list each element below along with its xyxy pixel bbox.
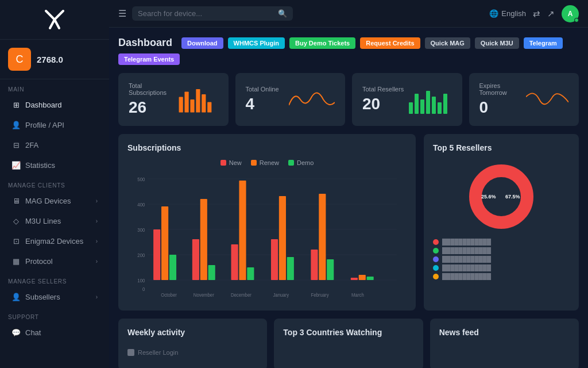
- dashboard-icon: ⊞: [11, 101, 21, 109]
- page-title: Dashboard: [118, 37, 172, 49]
- share-icon[interactable]: ↗: [547, 9, 555, 19]
- svg-rect-30: [208, 265, 215, 280]
- chat-icon: 💬: [11, 328, 21, 337]
- svg-text:November: November: [194, 292, 214, 298]
- sidebar-item-mag-devices[interactable]: 🖥 MAG Devices ›: [3, 191, 106, 210]
- telegram-button[interactable]: Telegram: [524, 37, 563, 49]
- legend-new-label: New: [229, 159, 242, 166]
- svg-rect-26: [169, 255, 176, 280]
- credits-button[interactable]: Request Credits: [360, 37, 420, 49]
- topbar-right: 🌐 English ⇄ ↗ A: [489, 5, 579, 22]
- svg-rect-33: [239, 181, 246, 280]
- reseller-color-2: [433, 248, 439, 254]
- sidebar-item-dashboard[interactable]: ⊞ Dashboard: [3, 95, 106, 114]
- reseller-name-4: ████████████: [442, 264, 570, 271]
- svg-text:500: 500: [137, 176, 145, 182]
- svg-rect-28: [192, 239, 199, 280]
- sidebar-item-label: Protocol: [25, 257, 53, 266]
- svg-rect-41: [319, 194, 326, 280]
- sidebar-item-label: Profile / API: [25, 121, 64, 129]
- sidebar-item-label: Statistics: [25, 161, 55, 170]
- svg-rect-34: [247, 267, 254, 280]
- svg-rect-1: [185, 91, 189, 112]
- mag-icon: 🖥: [11, 197, 21, 205]
- sidebar-item-m3u[interactable]: ◇ M3U Lines ›: [3, 212, 106, 231]
- stat-value: 20: [362, 95, 404, 113]
- top-resellers-card: Top 5 Resellers: [424, 134, 579, 310]
- sidebar-item-protocol[interactable]: ▦ Protocol ›: [3, 252, 106, 271]
- sidebar-username: 2768.0: [37, 55, 63, 64]
- sidebar-item-subsellers[interactable]: 👤 Subsellers ›: [3, 288, 106, 306]
- svg-text:January: January: [273, 292, 289, 298]
- globe-icon: 🌐: [489, 9, 498, 18]
- chevron-right-icon: ›: [96, 198, 98, 204]
- sidebar-item-2fa[interactable]: ⊟ 2FA: [3, 136, 106, 155]
- svg-rect-42: [327, 259, 334, 280]
- reseller-item-1: ████████████: [433, 239, 570, 245]
- svg-text:200: 200: [137, 252, 145, 258]
- sidebar-item-label: M3U Lines: [25, 217, 61, 225]
- svg-rect-9: [426, 91, 430, 114]
- svg-rect-38: [287, 257, 294, 280]
- sidebar-item-label: MAG Devices: [25, 197, 71, 205]
- top-countries-title: Top 3 Countries Watching: [283, 328, 413, 337]
- subscriptions-bar-chart: 500 400 300 200 100 0 October November: [127, 173, 407, 300]
- content-area: Dashboard Download WHMCS Plugin Buy Demo…: [109, 28, 588, 368]
- search-box: 🔍: [132, 6, 293, 21]
- legend-new-dot: [220, 160, 226, 166]
- language-selector[interactable]: 🌐 English: [489, 9, 526, 18]
- stat-label: Expires Tomorrow: [479, 82, 526, 96]
- svg-rect-4: [202, 94, 206, 113]
- svg-rect-37: [279, 196, 286, 280]
- reseller-item-4: ████████████: [433, 264, 570, 271]
- buy-demo-button[interactable]: Buy Demo Tickets: [289, 37, 355, 49]
- weekly-item: [127, 349, 134, 356]
- svg-text:400: 400: [137, 201, 145, 208]
- sidebar-item-statistics[interactable]: 📈 Statistics: [3, 156, 106, 175]
- stat-label: Total Subscriptions: [129, 82, 176, 96]
- legend-renew-label: Renew: [260, 159, 279, 166]
- svg-rect-36: [271, 239, 278, 280]
- sidebar-item-chat[interactable]: 💬 Chat: [3, 323, 106, 342]
- stat-value: 4: [246, 95, 279, 113]
- reseller-item-2: ████████████: [433, 247, 570, 254]
- sync-icon[interactable]: ⇄: [533, 9, 540, 19]
- main-area: ☰ 🔍 🌐 English ⇄ ↗ A Dashboard Download W…: [109, 0, 588, 368]
- sidebar: C 2768.0 MAIN ⊞ Dashboard 👤 Profile / AP…: [0, 0, 109, 368]
- protocol-icon: ▦: [11, 257, 21, 266]
- svg-rect-32: [231, 244, 238, 280]
- logo-icon: [43, 8, 66, 31]
- avatar-initial: A: [568, 10, 573, 18]
- quick-mag-button[interactable]: Quick MAG: [425, 37, 470, 49]
- top-resellers-title: Top 5 Resellers: [433, 143, 570, 152]
- sidebar-item-enigma2[interactable]: ⊡ Enigma2 Devices ›: [3, 232, 106, 251]
- tg-events-button[interactable]: Telegram Events: [118, 53, 180, 65]
- svg-rect-45: [359, 275, 366, 280]
- svg-text:December: December: [231, 292, 252, 298]
- svg-rect-3: [196, 89, 200, 113]
- search-icon: 🔍: [278, 9, 287, 18]
- whmcs-button[interactable]: WHMCS Plugin: [228, 37, 285, 49]
- svg-rect-44: [351, 278, 358, 280]
- hamburger-icon[interactable]: ☰: [118, 8, 126, 19]
- legend-demo-dot: [288, 160, 294, 166]
- svg-rect-10: [432, 97, 436, 114]
- weekly-label: Reseller Login: [138, 349, 178, 356]
- m3u-icon: ◇: [11, 217, 21, 225]
- svg-rect-5: [207, 102, 211, 113]
- sidebar-logo: [0, 0, 109, 40]
- svg-rect-24: [153, 229, 160, 280]
- sidebar-item-profile[interactable]: 👤 Profile / API: [3, 116, 106, 135]
- stat-value: 26: [129, 98, 176, 117]
- chevron-right-icon: ›: [96, 238, 98, 244]
- search-input[interactable]: [138, 9, 274, 18]
- weekly-activity-card: Weekly activity Reseller Login: [118, 319, 267, 368]
- quick-m3u-button[interactable]: Quick M3U: [475, 37, 519, 49]
- footer-row: Weekly activity Reseller Login Top 3 Cou…: [118, 319, 579, 368]
- chevron-right-icon: ›: [96, 258, 98, 264]
- download-button[interactable]: Download: [181, 37, 223, 49]
- user-avatar[interactable]: A: [562, 5, 579, 22]
- sidebar-item-label: 2FA: [25, 141, 38, 150]
- stat-card-expires: Expires Tomorrow 0: [469, 73, 579, 126]
- stat-card-online: Total Online 4: [235, 73, 346, 126]
